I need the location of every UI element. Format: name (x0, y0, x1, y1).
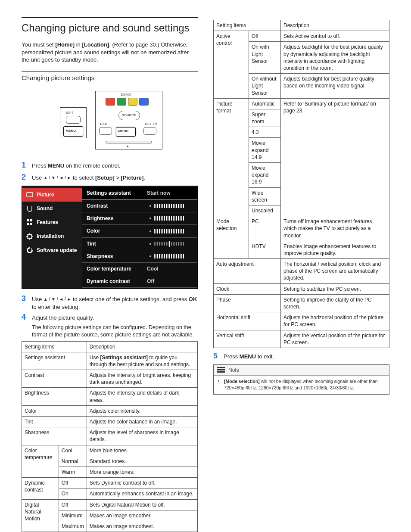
step-4: 4 Adjust the picture quality. (22, 312, 198, 322)
t2-sub: Wide screen (249, 187, 281, 205)
t2-item: Auto adjustment (214, 259, 281, 284)
step-5: 5 Press MENU to exit. (213, 351, 389, 361)
t2-desc: Refer to ‘Summary of picture formats’ on… (281, 98, 389, 216)
t1-desc: Sets Digital Natural Motion to off. (87, 499, 197, 510)
step-5-pre: Press (224, 353, 240, 360)
osd-row-label: Tint (87, 240, 147, 247)
step-2: 2 Use ▲ / ▼ / ◄ / ► to select [Setup] > … (22, 172, 198, 182)
t2-sub: On without Light Sensor (249, 74, 281, 99)
t2-desc: Setting to improve the clarity of the PC… (281, 294, 389, 312)
t1-sub: Cool (59, 445, 87, 456)
step-5-menu: MENU (240, 353, 256, 360)
remote-nettv-label: NET TV (145, 122, 157, 127)
note-icon (217, 367, 225, 373)
svg-point-5 (28, 234, 32, 239)
step-3-num: 3 (22, 293, 28, 304)
t2-desc: Adjusts the vertical position of the pic… (281, 330, 389, 348)
t2-sub: Off (249, 31, 281, 42)
step-3: 3 Use ▲ / ▼ / ◄ / ► to select one of the… (22, 293, 198, 311)
t2-desc: Enables image enhancement features to im… (281, 241, 389, 258)
remote-exit-label: EXIT (66, 111, 74, 115)
t1-group: Color temperature (22, 445, 59, 478)
step-1-post: on the remote control. (64, 162, 120, 169)
osd-row-value: Off (147, 278, 154, 285)
remote-source-btn: SOURCE (118, 111, 140, 120)
intro-pre: You must set (22, 41, 55, 48)
step-1-menu: MENU (48, 162, 64, 169)
section-heading: Changing picture settings (22, 72, 198, 82)
step-5-post: to exit. (256, 353, 274, 360)
t1-desc: Sets Dynamic contrast to off. (87, 478, 197, 488)
step-2-gt: > (115, 174, 121, 181)
t1-desc: Makes an image smoother. (87, 510, 197, 521)
osd-screenshot: PictureSoundFeaturesInstallationSoftware… (22, 186, 198, 289)
svg-rect-0 (27, 193, 33, 197)
t2-sub: Movie expand 16:9 (249, 163, 281, 188)
t1-desc: Adjusts the level of sharpness in image … (87, 427, 197, 445)
svg-rect-2 (30, 219, 32, 221)
t2-sub: Movie expand 14:9 (249, 138, 281, 163)
t1-sub: Warm (59, 467, 87, 477)
step-4-num: 4 (22, 312, 28, 322)
step-4-sub: The following picture settings can be co… (32, 324, 198, 339)
t2-group: Mode selection (214, 216, 249, 259)
t2-desc: The horizontal / vertical position, cloc… (281, 259, 389, 284)
osd-row-label: Dynamic contrast (87, 278, 147, 285)
t1-item: Color (22, 405, 87, 416)
t2-h1: Setting items (214, 20, 281, 31)
t1-sub: Off (59, 499, 87, 510)
osd-slider (149, 229, 184, 233)
osd-slider (149, 254, 184, 258)
t1-sub: Minimum (59, 510, 87, 521)
intro-ref: . (Refer to page 30.) (109, 41, 159, 48)
t2-sub: Unscaled (249, 205, 281, 216)
osd-sidebar-icon (26, 233, 33, 240)
osd-sidebar-item: Sound (22, 202, 82, 215)
remote-exit2-label: EXIT (100, 122, 108, 127)
svg-rect-4 (30, 223, 32, 225)
t1-desc: Adjusts the color balance in an image. (87, 417, 197, 427)
osd-sidebar-label: Installation (37, 233, 64, 240)
note-body: [Mode selection] will not be displayed w… (214, 376, 389, 394)
svg-rect-3 (27, 223, 29, 225)
t1-h2: Description (87, 341, 197, 352)
step-4-text: Adjust the picture quality. (32, 314, 198, 322)
osd-row: Settings assistantStart now (82, 187, 197, 200)
t2-sub: Automatic (249, 98, 281, 109)
step-5-num: 5 (213, 351, 219, 361)
t1-desc: Makes an image smoothest. (87, 521, 197, 532)
t1-desc: Adjusts the intensity of bright areas, k… (87, 370, 197, 388)
step-1: 1 Press MENU on the remote control. (22, 160, 198, 170)
osd-row: Dynamic contrastOff (82, 275, 197, 288)
t2-desc: Setting to stabilize the PC screen. (281, 283, 389, 294)
t1-desc: Use [Settings assistant] to guide you th… (87, 352, 197, 370)
osd-main: Settings assistantStart nowContrastBrigh… (82, 186, 197, 289)
note-bold: [Mode selection] (224, 379, 260, 384)
osd-row-label: Color temperature (87, 265, 147, 272)
t1-item: Tint (22, 417, 87, 427)
step-3-ok: OK (189, 296, 197, 302)
osd-row: Brightness (82, 212, 197, 225)
osd-row-value: Cool (147, 265, 159, 272)
osd-slider (149, 204, 184, 208)
step-2-num: 2 (22, 172, 28, 182)
osd-slider (149, 241, 184, 247)
t1-h1: Setting items (22, 341, 87, 352)
t2-desc: Adjusts backlight for best picture quali… (281, 74, 389, 99)
t1-desc: Adjusts the intensity and details of dar… (87, 388, 197, 405)
osd-row-label: Brightness (87, 215, 147, 222)
osd-sidebar: PictureSoundFeaturesInstallationSoftware… (22, 186, 82, 289)
note-label: Note (228, 367, 239, 373)
osd-row: Sharpness (82, 250, 197, 263)
t1-sub: Normal (59, 456, 87, 467)
t1-item: Brightness (22, 388, 87, 405)
step-2-setup: [Setup] (95, 174, 115, 181)
osd-row-label: Color (87, 227, 147, 234)
t2-group: Picture format (214, 98, 249, 216)
t1-item: Settings assistant (22, 352, 87, 370)
step-2-nav: ▲ / ▼ / ◄ / ► (44, 175, 72, 180)
intro-location: [Location] (82, 41, 109, 48)
t1-group: Digital Natural Motion (22, 499, 59, 532)
remote-menu-label: MENU (66, 129, 76, 134)
t1-sub: Maximum (59, 521, 87, 532)
